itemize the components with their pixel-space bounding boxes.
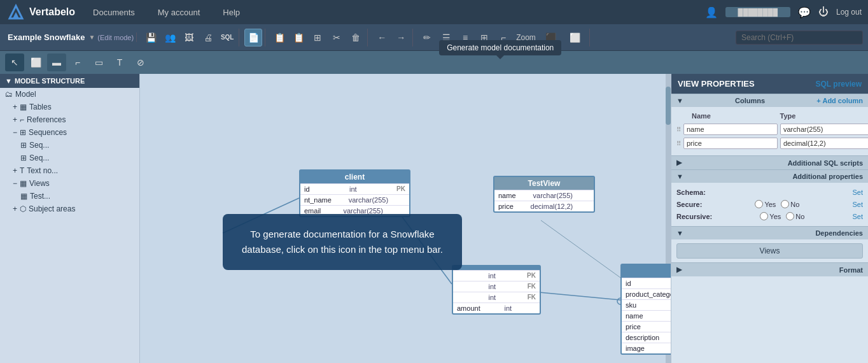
dependencies-arrow: ▼ (676, 229, 683, 237)
schema-set-button[interactable]: Set (852, 189, 863, 196)
sidebar-item-subject-areas[interactable]: + ⬡ Subject areas (0, 203, 139, 215)
cut-button[interactable]: ✂ (328, 29, 346, 46)
format-header[interactable]: ▶ Format (671, 262, 868, 276)
delete-button[interactable]: 🗑 (347, 29, 365, 46)
border-tool[interactable]: ▭ (89, 53, 108, 71)
edit-mode-button[interactable]: ✏ (418, 29, 436, 46)
rect-select-tool[interactable]: ⬜ (26, 53, 45, 71)
recursive-radio-group: Yes No (760, 212, 804, 220)
paste-button[interactable]: 📋 (290, 29, 307, 46)
references-expand-icon: + (13, 115, 17, 124)
save-button[interactable]: 💾 (142, 29, 160, 46)
recursive-row: Recursive: Yes No Set (676, 210, 863, 222)
power-icon[interactable]: ⏻ (818, 6, 829, 18)
select-tool[interactable]: ↖ (5, 53, 24, 71)
toolbar-doc-section: 📄 Generate model documentation (242, 29, 265, 46)
search-input[interactable] (736, 31, 863, 45)
additional-sql-header[interactable]: ▶ Additional SQL scripts (671, 155, 868, 169)
nav-myaccount[interactable]: My account (153, 5, 205, 20)
sidebar-item-textnode[interactable]: + T Text no... (0, 164, 139, 177)
views-dep-button[interactable]: Views (676, 243, 863, 259)
recursive-label: Recursive: (676, 213, 712, 220)
special-paste-button[interactable]: ⊞ (309, 29, 326, 46)
drag-handle-name[interactable]: ⠿ (676, 126, 681, 133)
table-row: id int PK (300, 183, 409, 194)
table-middle[interactable]: int PK int FK int FK amount int (452, 265, 541, 315)
secure-set-button[interactable]: Set (852, 201, 863, 208)
scrollbar-thumb[interactable] (666, 87, 671, 125)
model-icon: 🗂 (5, 90, 13, 99)
table-row: price decimal(12,2) (494, 201, 594, 211)
table-row: nt_name varchar(255) (300, 194, 409, 205)
print-button[interactable]: 🖨 (199, 29, 217, 46)
columns-section-arrow: ▼ (676, 97, 683, 104)
additional-props-content: Schema: Set Secure: Yes No Set Recursive… (671, 183, 868, 226)
recursive-yes-radio[interactable] (760, 212, 768, 220)
col-name-input-price[interactable] (683, 138, 778, 149)
highlight-tool[interactable]: ▬ (47, 53, 66, 71)
secure-yes-radio[interactable] (755, 200, 763, 208)
pattern-tool[interactable]: ⊘ (131, 53, 150, 71)
table-product[interactable]: product id int PK product_category_id in… (620, 264, 671, 355)
format-arrow: ▶ (676, 266, 682, 274)
columns-section-header[interactable]: ▼ Columns + Add column (671, 94, 868, 107)
logout-button[interactable]: Log out (836, 8, 862, 17)
canvas-area[interactable]: client id int PK nt_name varchar(255) em… (140, 74, 671, 363)
user-icon[interactable]: 👤 (705, 6, 718, 18)
generate-doc-button[interactable]: 📄 (244, 29, 262, 46)
sidebar-item-seq1[interactable]: ⊞ Seq... (0, 139, 139, 152)
nav-help[interactable]: Help (218, 5, 245, 20)
recursive-no-label[interactable]: No (786, 212, 804, 220)
col-name-header: Name (692, 112, 775, 120)
table-row: name varchar(255) (622, 310, 671, 321)
copy-button[interactable]: 📋 (270, 29, 288, 46)
views-expand-icon: − (13, 179, 17, 188)
column-row-price: ⠿ ⚙ ▼ ✕ (676, 138, 863, 149)
nav-right: 👤 ████████ 💬 ⏻ Log out (705, 6, 862, 18)
project-title-section: Example Snowflake ▼ (Edit mode) (5, 32, 137, 42)
chat-icon[interactable]: 💬 (798, 6, 811, 18)
drag-handle-price[interactable]: ⠿ (676, 140, 681, 147)
forward-button[interactable]: → (392, 29, 410, 46)
vertabelo-logo-icon (6, 3, 25, 22)
line-tool[interactable]: ⌐ (68, 53, 87, 71)
table-row: int PK (453, 270, 540, 281)
sidebar-collapse-icon[interactable]: ▼ (5, 77, 12, 85)
text-tool[interactable]: T (110, 53, 129, 71)
sidebar-seq1-label: Seq... (29, 141, 49, 150)
user-name-display: ████████ (725, 7, 790, 17)
sql-preview-button[interactable]: SQL preview (816, 80, 862, 89)
sidebar-item-views[interactable]: − ▦ Views (0, 177, 139, 190)
seq1-icon: ⊞ (20, 141, 27, 150)
nav-documents[interactable]: Documents (88, 5, 140, 20)
sidebar-item-seq2[interactable]: ⊞ Seq... (0, 152, 139, 164)
zoom-fit-button[interactable]: ⬜ (564, 29, 587, 46)
sidebar-item-sequences[interactable]: − ⊞ Sequences (0, 126, 139, 139)
add-column-button[interactable]: + Add column (816, 97, 863, 104)
table-testview[interactable]: TestView name varchar(255) price decimal… (493, 176, 595, 213)
dependencies-header[interactable]: ▼ Dependencies (671, 226, 868, 239)
secure-yes-label[interactable]: Yes (755, 200, 776, 208)
sidebar-item-references[interactable]: + ⌐ References (0, 113, 139, 126)
recursive-yes-label[interactable]: Yes (760, 212, 781, 220)
recursive-no-radio[interactable] (786, 212, 794, 220)
col-type-input-name[interactable] (780, 124, 868, 135)
back-button[interactable]: ← (373, 29, 391, 46)
table-client[interactable]: client id int PK nt_name varchar(255) em… (299, 169, 410, 217)
sequences-expand-icon: − (13, 128, 17, 137)
testview-icon: ▦ (20, 192, 27, 201)
secure-no-label[interactable]: No (781, 200, 799, 208)
sidebar-item-tables[interactable]: + ▦ Tables (0, 101, 139, 113)
sidebar-model-root[interactable]: 🗂 Model (0, 88, 139, 101)
project-dropdown-icon[interactable]: ▼ (88, 34, 95, 41)
col-name-input-name[interactable] (683, 124, 778, 135)
col-type-input-price[interactable] (780, 138, 868, 149)
secure-no-radio[interactable] (781, 200, 789, 208)
textnode-expand-icon: + (13, 166, 17, 175)
sidebar-item-testview[interactable]: ▦ Test... (0, 190, 139, 203)
share-button[interactable]: 👥 (161, 29, 179, 46)
sql-button[interactable]: SQL (218, 29, 236, 46)
recursive-set-button[interactable]: Set (852, 213, 863, 220)
image-button[interactable]: 🖼 (180, 29, 198, 46)
additional-props-header[interactable]: ▼ Additional properties (671, 169, 868, 183)
